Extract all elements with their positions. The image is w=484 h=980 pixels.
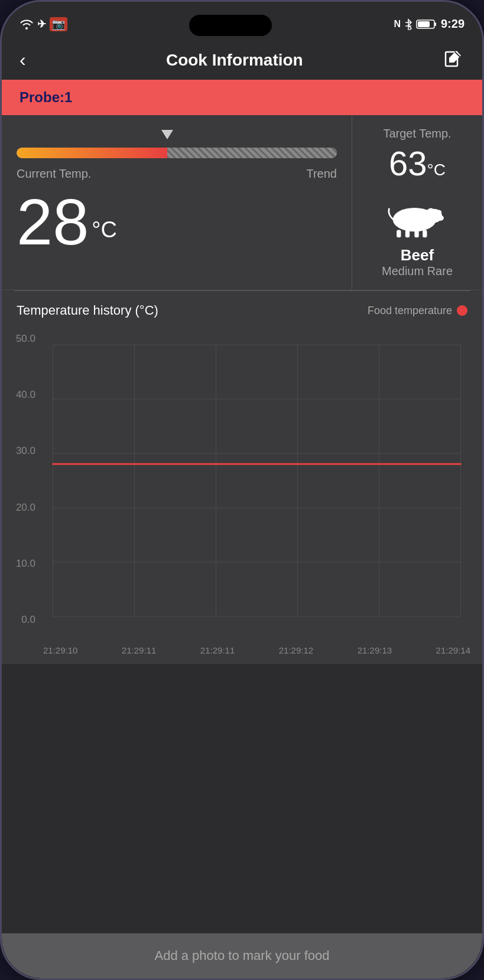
wifi-icon	[20, 19, 34, 30]
x-axis: 21:29:10 21:29:11 21:29:11 21:29:12 21:2…	[43, 642, 470, 664]
back-button[interactable]: ‹	[20, 49, 26, 71]
add-photo-label: Add a photo to mark your food	[155, 948, 330, 963]
meat-style: Medium Rare	[382, 264, 453, 278]
y-label-40: 40.0	[2, 389, 40, 401]
svg-rect-12	[405, 230, 410, 238]
history-title: Temperature history (°C)	[17, 303, 158, 318]
status-right: N 9:29	[394, 17, 464, 31]
x-label-3: 21:29:12	[279, 645, 313, 655]
svg-point-10	[437, 215, 444, 221]
trend-label: Trend	[306, 167, 337, 181]
svg-rect-13	[414, 230, 418, 238]
current-temp-unit: °C	[92, 217, 117, 243]
chart-svg	[43, 333, 470, 640]
y-label-10: 10.0	[2, 558, 40, 570]
progress-indicator	[161, 130, 173, 139]
y-label-30: 30.0	[2, 445, 40, 457]
x-label-1: 21:29:11	[122, 645, 156, 655]
target-temp-value: 63	[389, 144, 427, 182]
svg-rect-11	[397, 230, 401, 238]
meat-type: Beef	[401, 246, 434, 264]
nfc-icon: N	[394, 19, 401, 30]
y-label-50: 50.0	[2, 333, 40, 345]
progress-fill	[17, 148, 167, 158]
page-title: Cook Information	[166, 51, 303, 70]
history-legend: Food temperature	[368, 305, 467, 317]
legend-dot	[457, 305, 467, 316]
add-photo-bar[interactable]: Add a photo to mark your food	[2, 933, 482, 978]
y-label-0: 0.0	[2, 614, 40, 626]
probe-label: Probe:1	[20, 89, 72, 105]
current-temp-display: 28 °C	[17, 190, 337, 254]
probe-banner: Probe:1	[2, 80, 482, 115]
edit-icon[interactable]	[443, 50, 464, 71]
temp-labels: Current Temp. Trend	[17, 167, 337, 181]
phone-frame: ✈ 📷 N 9:2	[0, 0, 484, 980]
svg-rect-14	[423, 230, 427, 238]
chart-wrapper: 0.0 10.0 20.0 30.0 40.0 50.0	[2, 327, 482, 664]
current-temp-panel: Current Temp. Trend 28 °C	[2, 115, 352, 290]
airplane-icon: ✈	[37, 18, 46, 31]
current-temp-value: 28	[17, 190, 89, 254]
phone-screen: ✈ 📷 N 9:2	[2, 2, 482, 978]
app-icon: 📷	[50, 17, 67, 31]
x-label-2: 21:29:11	[200, 645, 235, 655]
legend-label: Food temperature	[368, 305, 452, 317]
target-temp-display: 63°C	[389, 143, 446, 183]
progress-remaining	[167, 148, 337, 158]
status-bar: ✈ 📷 N 9:2	[2, 2, 482, 37]
beef-animal-icon	[385, 195, 450, 241]
y-label-20: 20.0	[2, 502, 40, 514]
x-label-4: 21:29:13	[358, 645, 392, 655]
temperature-section: Current Temp. Trend 28 °C Target Temp. 6…	[2, 115, 482, 290]
y-axis: 0.0 10.0 20.0 30.0 40.0 50.0	[2, 333, 40, 626]
target-temp-panel: Target Temp. 63°C	[352, 115, 482, 290]
target-temp-unit: °C	[427, 161, 446, 179]
battery-icon	[416, 19, 437, 30]
svg-rect-4	[418, 21, 430, 27]
x-label-0: 21:29:10	[43, 645, 77, 655]
nav-bar: ‹ Cook Information	[2, 37, 482, 80]
svg-rect-3	[434, 22, 436, 26]
x-label-5: 21:29:14	[436, 645, 470, 655]
bluetooth-icon	[404, 18, 412, 30]
history-header: Temperature history (°C) Food temperatur…	[2, 303, 482, 327]
history-section: Temperature history (°C) Food temperatur…	[2, 291, 482, 664]
current-temp-label: Current Temp.	[17, 167, 91, 181]
target-temp-label: Target Temp.	[383, 127, 451, 141]
dynamic-island	[189, 15, 272, 36]
time-display: 9:29	[441, 17, 464, 31]
status-left: ✈ 📷	[20, 17, 67, 31]
temp-progress-container	[17, 130, 337, 158]
cow-svg	[385, 195, 450, 239]
